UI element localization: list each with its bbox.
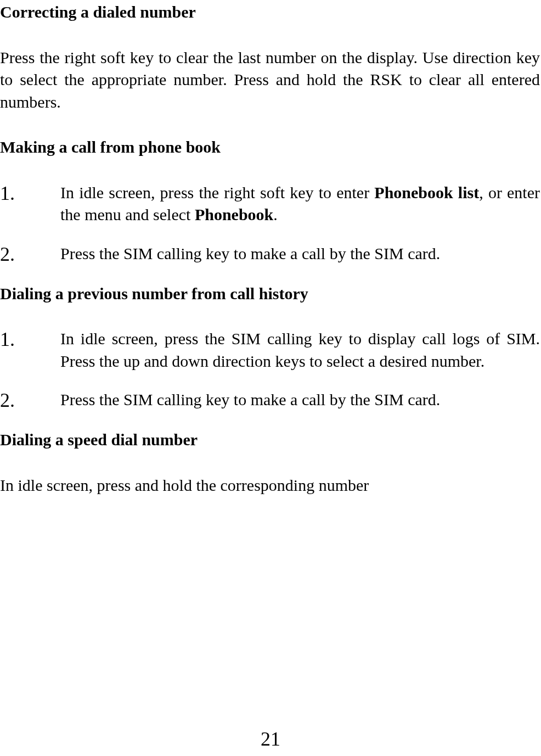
text-run: In idle screen, press the right soft key…	[60, 183, 374, 201]
list-text: In idle screen, press the SIM calling ke…	[60, 328, 540, 372]
text-bold: Phonebook list	[374, 183, 479, 201]
list-number: 1.	[0, 328, 60, 372]
list-phonebook: 1. In idle screen, press the right soft …	[0, 182, 540, 266]
list-text: Press the SIM calling key to make a call…	[60, 243, 540, 266]
text-run: .	[273, 205, 278, 223]
list-text: In idle screen, press the right soft key…	[60, 182, 540, 226]
heading-history: Dialing a previous number from call hist…	[0, 283, 540, 305]
list-item: 1. In idle screen, press the right soft …	[0, 182, 540, 226]
list-text: Press the SIM calling key to make a call…	[60, 389, 540, 412]
list-history: 1. In idle screen, press the SIM calling…	[0, 328, 540, 412]
list-item: 1. In idle screen, press the SIM calling…	[0, 328, 540, 372]
list-item: 2. Press the SIM calling key to make a c…	[0, 243, 540, 266]
heading-phonebook: Making a call from phone book	[0, 136, 540, 159]
page-content: Correcting a dialed number Press the rig…	[0, 1, 541, 496]
paragraph-speed: In idle screen, press and hold the corre…	[0, 474, 540, 497]
paragraph-correcting: Press the right soft key to clear the la…	[0, 47, 540, 114]
list-number: 2.	[0, 243, 60, 266]
heading-correcting: Correcting a dialed number	[0, 1, 540, 24]
heading-speed: Dialing a speed dial number	[0, 429, 540, 451]
page-number: 21	[0, 726, 541, 753]
list-number: 2.	[0, 389, 60, 412]
list-number: 1.	[0, 182, 60, 226]
list-item: 2. Press the SIM calling key to make a c…	[0, 389, 540, 412]
text-bold: Phonebook	[195, 205, 273, 223]
